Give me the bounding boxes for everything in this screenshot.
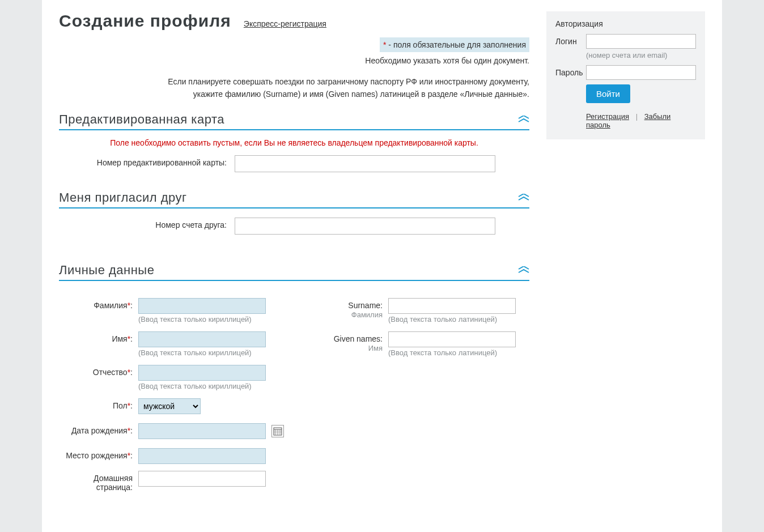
calendar-icon[interactable]: [271, 425, 284, 437]
password-label: Пароль: [555, 68, 586, 77]
auth-title: Авторизация: [555, 19, 696, 28]
collapse-icon[interactable]: [518, 115, 529, 124]
passport-hint-2: укажите фамилию (Surname) и имя (Given n…: [59, 88, 529, 100]
surname-ru-hint: (Ввод текста только кириллицей): [138, 315, 284, 324]
login-button[interactable]: Войти: [586, 84, 630, 103]
birthplace-input[interactable]: [138, 448, 266, 464]
surname-ru-input[interactable]: [138, 298, 266, 314]
auth-box: Авторизация Логин (номер счета или email…: [546, 11, 705, 139]
section-precard-title: Предактивированная карта: [59, 112, 224, 127]
sep: |: [636, 112, 638, 121]
passport-hint-1: Если планируете совершать поездки по заг…: [59, 75, 529, 88]
birthdate-input[interactable]: [138, 423, 266, 439]
birthdate-label: Дата рождения*:: [59, 423, 138, 436]
precard-number-input[interactable]: [235, 155, 495, 172]
name-ru-input[interactable]: [138, 331, 266, 347]
info-block: * - поля обязательные для заполнения Нео…: [59, 37, 529, 101]
surname-ru-label: Фамилия*:: [59, 298, 138, 310]
homepage-label: Домашняя страница:: [59, 471, 138, 493]
birthplace-label: Место рождения*:: [59, 448, 138, 461]
section-personal-title: Личные данные: [59, 263, 154, 278]
patronymic-hint: (Ввод текста только кириллицей): [138, 382, 284, 390]
register-link[interactable]: Регистрация: [586, 112, 629, 121]
page-title: Создание профиля: [59, 11, 231, 31]
gender-label: Пол*:: [59, 398, 138, 411]
friend-number-label: Номер счета друга:: [59, 218, 235, 229]
doc-hint: Необходимо указать хотя бы один документ…: [59, 54, 529, 67]
surname-en-input[interactable]: [388, 298, 516, 314]
name-ru-hint: (Ввод текста только кириллицей): [138, 348, 284, 357]
password-input[interactable]: [586, 65, 696, 80]
gender-select[interactable]: мужской: [138, 398, 201, 414]
collapse-icon[interactable]: [518, 266, 529, 275]
required-hint: * - поля обязательные для заполнения: [380, 37, 529, 52]
section-friend-title: Меня пригласил друг: [59, 190, 187, 205]
friend-number-input[interactable]: [235, 218, 495, 235]
patronymic-label: Отчество*:: [59, 365, 138, 377]
login-label: Логин: [555, 37, 586, 46]
collapse-icon[interactable]: [518, 193, 529, 202]
given-en-input[interactable]: [388, 331, 516, 347]
homepage-input[interactable]: [138, 471, 266, 487]
surname-en-hint: (Ввод текста только латиницей): [388, 315, 529, 324]
given-en-hint: (Ввод текста только латиницей): [388, 348, 529, 357]
login-hint: (номер счета или email): [586, 51, 696, 59]
surname-en-label: Surname: Фамилия: [309, 298, 388, 320]
express-registration-link[interactable]: Экспресс-регистрация: [244, 19, 326, 28]
precard-hint: Поле необходимо оставить пустым, если Вы…: [59, 138, 529, 147]
precard-number-label: Номер предактивированной карты:: [59, 155, 235, 167]
given-en-label: Given names: Имя: [309, 331, 388, 354]
patronymic-input[interactable]: [138, 365, 266, 381]
name-ru-label: Имя*:: [59, 331, 138, 344]
login-input[interactable]: [586, 34, 696, 49]
